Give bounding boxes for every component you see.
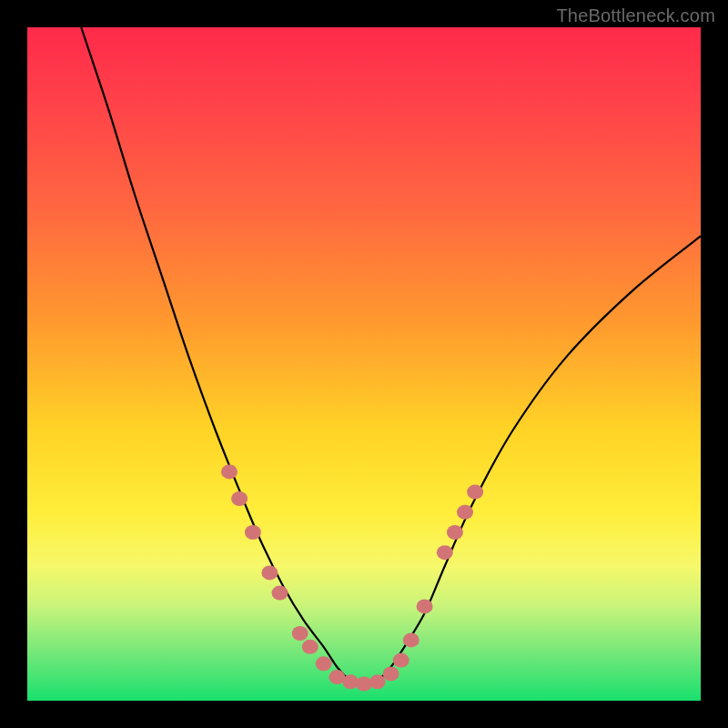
plot-area — [27, 27, 701, 701]
marker-dot — [316, 656, 332, 671]
marker-dot — [447, 525, 463, 540]
marker-group — [221, 464, 483, 691]
chart-frame: TheBottleneck.com — [0, 0, 728, 728]
marker-dot — [221, 464, 238, 479]
marker-dot — [261, 565, 278, 580]
marker-dot — [393, 653, 410, 668]
curve-svg — [27, 27, 701, 701]
bottleneck-curve — [81, 27, 701, 684]
marker-dot — [272, 586, 288, 601]
marker-dot — [329, 670, 345, 684]
marker-dot — [457, 505, 473, 520]
marker-dot — [467, 485, 483, 500]
marker-dot — [356, 677, 372, 692]
marker-dot — [437, 545, 453, 560]
marker-dot — [369, 674, 386, 689]
watermark-text: TheBottleneck.com — [556, 5, 715, 26]
marker-dot — [231, 491, 248, 506]
marker-dot — [403, 632, 420, 647]
marker-dot — [245, 525, 261, 540]
marker-dot — [292, 626, 308, 641]
marker-dot — [302, 640, 318, 654]
marker-dot — [383, 666, 399, 681]
marker-dot — [342, 674, 359, 689]
marker-dot — [417, 599, 433, 613]
